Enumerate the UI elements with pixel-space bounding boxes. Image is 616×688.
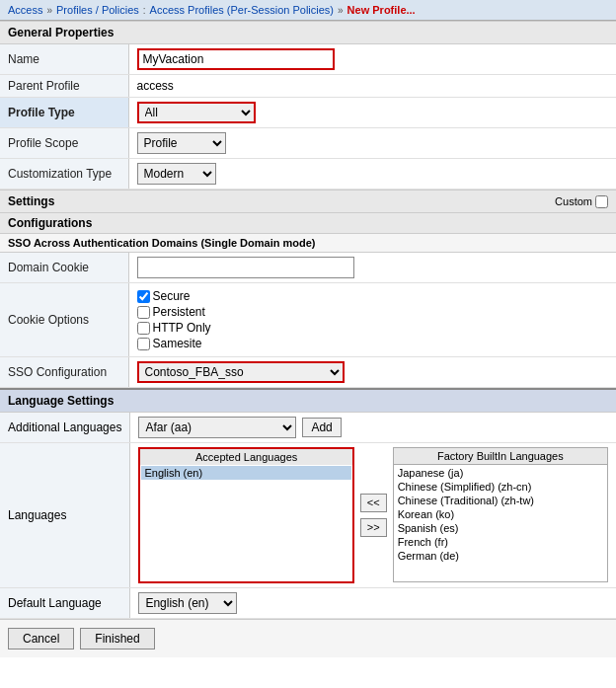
general-properties-header: General Properties (0, 21, 616, 44)
breadcrumb-access[interactable]: Access (8, 4, 42, 16)
factory-lang-item-2[interactable]: Chinese (Simplified) (zh-cn) (395, 480, 606, 494)
custom-checkbox-container: Custom (555, 195, 608, 208)
breadcrumb-sep2: : (143, 5, 146, 16)
accepted-languages-listbox[interactable]: English (en) (138, 465, 353, 583)
accepted-lang-item-1[interactable]: English (en) (141, 466, 350, 480)
cookie-httponly-checkbox[interactable] (137, 322, 150, 335)
language-settings-header: Language Settings (0, 388, 616, 413)
cookie-persistent-label[interactable]: Persistent (137, 305, 609, 319)
factory-languages-title: Factory BuiltIn Languages (393, 447, 608, 464)
domain-cookie-label: Domain Cookie (0, 253, 128, 283)
languages-value-cell: Accepted Languages English (en) << >> Fa… (130, 443, 616, 588)
add-language-button[interactable]: Add (302, 418, 341, 437)
languages-label: Languages (0, 443, 130, 588)
default-language-row: Default Language English (en) Japanese (… (0, 588, 616, 619)
accepted-languages-title: Accepted Languages (138, 447, 353, 465)
additional-languages-value-cell: Afar (aa) Abkhazian (ab) Afrikaans (af) … (130, 413, 616, 443)
breadcrumb-access-profiles[interactable]: Access Profiles (Per-Session Policies) (150, 4, 334, 16)
domain-cookie-value-cell (128, 253, 616, 283)
finished-button[interactable]: Finished (80, 628, 154, 650)
custom-checkbox[interactable] (595, 195, 608, 208)
profile-type-select[interactable]: All LTM SSL-VPN (137, 102, 256, 123)
customization-type-row: Customization Type Modern Standard (0, 159, 616, 190)
parent-profile-row: Parent Profile access (0, 75, 616, 98)
profile-type-value-cell: All LTM SSL-VPN (128, 98, 616, 128)
sso-config-label: SSO Configuration (0, 357, 128, 388)
main-content: General Properties Name Parent Profile a… (0, 21, 616, 657)
sso-config-value-cell: Contoso_FBA_sso None (128, 357, 616, 388)
cookie-options-label: Cookie Options (0, 283, 128, 357)
default-language-select[interactable]: English (en) Japanese (ja) Spanish (es) (138, 592, 237, 614)
breadcrumb-sep3: » (338, 5, 344, 16)
profile-scope-label: Profile Scope (0, 128, 128, 159)
breadcrumb: Access » Profiles / Policies : Access Pr… (0, 0, 616, 21)
additional-languages-label: Additional Languages (0, 413, 130, 443)
customization-type-label: Customization Type (0, 159, 128, 190)
cookie-secure-label[interactable]: Secure (137, 289, 609, 303)
default-language-value-cell: English (en) Japanese (ja) Spanish (es) (130, 588, 616, 619)
general-properties-table: Name Parent Profile access Profile Type … (0, 44, 616, 190)
settings-header: Settings (8, 194, 555, 208)
cookie-persistent-checkbox[interactable] (137, 306, 150, 319)
custom-label: Custom (555, 195, 592, 207)
name-input[interactable] (137, 48, 335, 70)
parent-profile-value: access (128, 75, 616, 98)
factory-lang-item-7[interactable]: German (de) (395, 549, 606, 563)
sso-header: SSO Across Authentication Domains (Singl… (0, 234, 616, 253)
profile-scope-value-cell: Profile Named (128, 128, 616, 159)
language-settings-table: Additional Languages Afar (aa) Abkhazian… (0, 413, 616, 619)
cookie-samesite-checkbox[interactable] (137, 338, 150, 350)
additional-languages-row: Additional Languages Afar (aa) Abkhazian… (0, 413, 616, 443)
parent-profile-label: Parent Profile (0, 75, 128, 98)
domain-cookie-input[interactable] (137, 257, 354, 278)
factory-lang-item-5[interactable]: Spanish (es) (395, 521, 606, 535)
factory-lang-item-3[interactable]: Chinese (Traditional) (zh-tw) (395, 494, 606, 507)
domain-cookie-row: Domain Cookie (0, 253, 616, 283)
factory-lang-item-6[interactable]: French (fr) (395, 535, 606, 549)
accepted-languages-box: Accepted Languages English (en) (138, 447, 353, 583)
move-left-button[interactable]: << (360, 494, 387, 512)
customization-type-select[interactable]: Modern Standard (137, 163, 216, 185)
sso-config-row: SSO Configuration Contoso_FBA_sso None (0, 357, 616, 388)
cancel-button[interactable]: Cancel (8, 628, 74, 650)
sso-table: Domain Cookie Cookie Options Secure Pers… (0, 253, 616, 388)
cookie-samesite-label[interactable]: Samesite (137, 337, 609, 350)
add-lang-row: Afar (aa) Abkhazian (ab) Afrikaans (af) … (138, 417, 608, 438)
cookie-options-row: Cookie Options Secure Persistent HTTP On… (0, 283, 616, 357)
factory-lang-item-1[interactable]: Japanese (ja) (395, 466, 606, 480)
languages-row: Languages Accepted Languages English (en… (0, 443, 616, 588)
factory-languages-listbox[interactable]: Japanese (ja) Chinese (Simplified) (zh-c… (393, 464, 608, 582)
name-row: Name (0, 44, 616, 75)
name-label: Name (0, 44, 128, 75)
cookie-options-list: Secure Persistent HTTP Only Samesite (137, 287, 609, 352)
breadcrumb-sep1: » (46, 5, 52, 16)
languages-container: Accepted Languages English (en) << >> Fa… (138, 447, 608, 583)
factory-lang-item-4[interactable]: Korean (ko) (395, 507, 606, 521)
configurations-header: Configurations (0, 213, 616, 234)
footer-buttons: Cancel Finished (0, 619, 616, 657)
profile-scope-row: Profile Scope Profile Named (0, 128, 616, 159)
breadcrumb-current: New Profile... (347, 4, 416, 16)
default-language-label: Default Language (0, 588, 130, 619)
sso-config-select[interactable]: Contoso_FBA_sso None (137, 361, 345, 383)
customization-type-value-cell: Modern Standard (128, 159, 616, 190)
cookie-options-value-cell: Secure Persistent HTTP Only Samesite (128, 283, 616, 357)
factory-languages-box: Factory BuiltIn Languages Japanese (ja) … (393, 447, 608, 583)
cookie-httponly-label[interactable]: HTTP Only (137, 321, 609, 335)
settings-row: Settings Custom (0, 190, 616, 213)
move-right-button[interactable]: >> (360, 518, 387, 537)
profile-scope-select[interactable]: Profile Named (137, 132, 226, 154)
afar-select[interactable]: Afar (aa) Abkhazian (ab) Afrikaans (af) (138, 417, 296, 438)
profile-type-row: Profile Type All LTM SSL-VPN (0, 98, 616, 128)
name-value-cell (128, 44, 616, 75)
breadcrumb-profiles[interactable]: Profiles / Policies (56, 4, 139, 16)
arrow-column: << >> (354, 447, 393, 583)
profile-type-label: Profile Type (0, 98, 128, 128)
cookie-secure-checkbox[interactable] (137, 290, 150, 303)
